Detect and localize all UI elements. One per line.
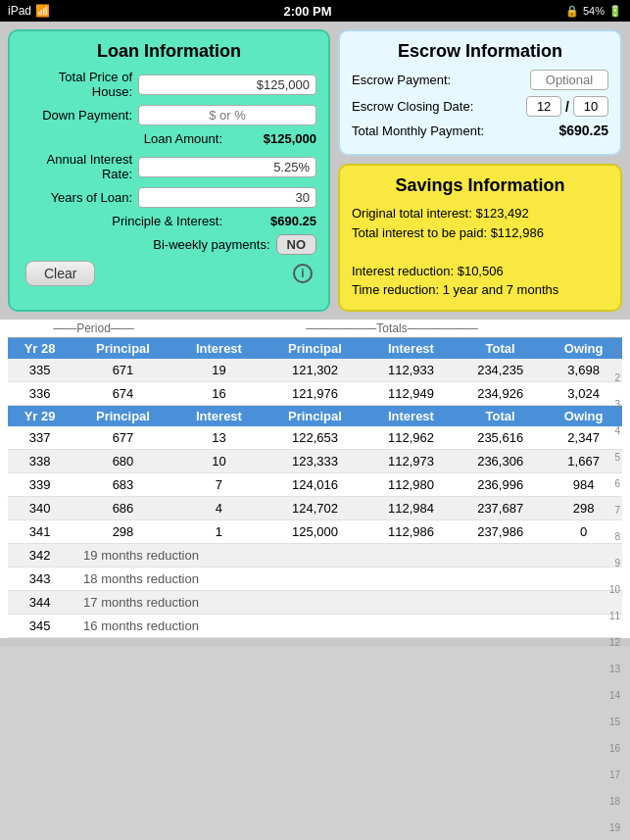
down-payment-label: Down Payment: xyxy=(22,108,138,123)
table-row: 339 683 7 124,016 112,980 236,996 984 xyxy=(8,472,622,496)
down-payment-row: Down Payment: xyxy=(22,105,316,125)
info-icon[interactable]: i xyxy=(293,264,313,283)
panels-row: Loan Information Total Price of House: D… xyxy=(8,29,622,312)
lock-icon: 🔒 xyxy=(565,5,579,18)
loan-amount-row: Loan Amount: $125,000 xyxy=(22,131,316,146)
side-number: 1 xyxy=(605,338,622,365)
side-number: 4 xyxy=(605,418,622,444)
biweekly-toggle[interactable]: NO xyxy=(276,234,317,255)
table-row: 337 677 13 122,653 112,962 235,616 2,347 xyxy=(8,426,622,450)
col-total: Total xyxy=(456,338,545,359)
row-num-335: 335 xyxy=(8,359,72,382)
side-number: 2 xyxy=(605,365,622,391)
reduction-text: 16 months reduction xyxy=(72,614,622,637)
interest-rate-row: Annual Interest Rate: xyxy=(22,152,316,181)
savings-line-2: Total interest to be paid: $112,986 xyxy=(352,223,608,243)
escrow-closing-date-row: Escrow Closing Date: / xyxy=(352,96,608,117)
side-number: 12 xyxy=(605,629,622,656)
escrow-closing-date-label: Escrow Closing Date: xyxy=(352,99,473,114)
escrow-payment-input[interactable] xyxy=(530,70,608,90)
loan-panel: Loan Information Total Price of House: D… xyxy=(8,29,330,312)
escrow-payment-label: Escrow Payment: xyxy=(352,73,451,87)
side-number: 14 xyxy=(605,682,622,709)
table-row: 340 686 4 124,702 112,984 237,687 298 xyxy=(8,496,622,519)
biweekly-label: Bi-weekly payments: xyxy=(22,237,276,252)
yr28-label: Yr 28 xyxy=(8,338,72,359)
side-number: 11 xyxy=(605,603,622,629)
table-row: 342 19 months reduction xyxy=(8,543,622,567)
side-number: 5 xyxy=(605,444,622,470)
side-number: 16 xyxy=(605,735,622,762)
side-numbers: 1 2 3 4 5 6 7 8 9 10 11 12 13 14 15 16 1… xyxy=(605,338,622,841)
side-number: 15 xyxy=(605,709,622,735)
principle-interest-row: Principle & Interest: $690.25 xyxy=(22,214,316,228)
down-payment-input[interactable] xyxy=(138,105,316,125)
col-principal-total: Principal xyxy=(264,338,366,359)
right-column: Escrow Information Escrow Payment: Escro… xyxy=(338,29,622,312)
table-row: 341 298 1 125,000 112,986 237,986 0 xyxy=(8,519,622,543)
year-29-header-row: Yr 29 Principal Interest Principal Inter… xyxy=(8,405,622,426)
table-wrapper: Yr 28 Principal Interest Principal Inter… xyxy=(8,338,622,638)
side-number: 10 xyxy=(605,576,622,603)
col-interest-period: Interest xyxy=(174,338,264,359)
row-num-336: 336 xyxy=(8,381,72,405)
side-number: 18 xyxy=(605,788,622,815)
date-input-group: / xyxy=(526,96,608,117)
loan-amount-value: $125,000 xyxy=(228,131,316,146)
status-right: 🔒 54% 🔋 xyxy=(565,5,622,18)
device-label: iPad xyxy=(8,4,31,18)
status-time: 2:00 PM xyxy=(283,4,331,19)
table-row: 344 17 months reduction xyxy=(8,590,622,614)
escrow-month-input[interactable] xyxy=(526,96,561,117)
biweekly-row: Bi-weekly payments: NO xyxy=(22,234,316,255)
main-content: Loan Information Total Price of House: D… xyxy=(0,22,630,646)
reduction-text: 19 months reduction xyxy=(72,543,622,567)
totals-header: ——————Totals—————— xyxy=(179,321,605,335)
savings-panel-title: Savings Information xyxy=(352,175,608,196)
years-loan-input[interactable] xyxy=(138,187,316,208)
table-row: 335 671 19 121,302 112,933 234,235 3,698 xyxy=(8,359,622,382)
escrow-panel-title: Escrow Information xyxy=(352,41,608,62)
interest-rate-input[interactable] xyxy=(138,157,316,177)
escrow-panel: Escrow Information Escrow Payment: Escro… xyxy=(338,29,622,156)
table-row: 343 18 months reduction xyxy=(8,567,622,590)
status-bar: iPad 📶 2:00 PM 🔒 54% 🔋 xyxy=(0,0,630,22)
principle-interest-label: Principle & Interest: xyxy=(22,214,228,228)
yr29-label: Yr 29 xyxy=(8,405,72,426)
table-row: 345 16 months reduction xyxy=(8,614,622,637)
escrow-day-input[interactable] xyxy=(573,96,608,117)
battery-level: 54% xyxy=(583,5,605,17)
total-price-row: Total Price of House: xyxy=(22,70,316,99)
side-number: 8 xyxy=(605,523,622,550)
col-principal-period: Principal xyxy=(72,338,174,359)
col-interest-total: Interest xyxy=(366,338,456,359)
interest-rate-label: Annual Interest Rate: xyxy=(22,152,138,181)
savings-text: Original total interest: $123,492 Total … xyxy=(352,204,608,300)
total-price-input[interactable] xyxy=(138,74,316,95)
table-row: 338 680 10 123,333 112,973 236,306 1,667 xyxy=(8,449,622,472)
clear-button[interactable]: Clear xyxy=(25,261,95,286)
reduction-text: 18 months reduction xyxy=(72,567,622,590)
loan-amount-label: Loan Amount: xyxy=(22,131,228,146)
total-monthly-payment-label: Total Monthly Payment: xyxy=(352,124,484,138)
wifi-icon: 📶 xyxy=(35,4,50,18)
years-loan-row: Years of Loan: xyxy=(22,187,316,208)
side-number: 13 xyxy=(605,656,622,682)
escrow-payment-row: Escrow Payment: xyxy=(352,70,608,90)
side-number: 3 xyxy=(605,391,622,418)
loan-panel-title: Loan Information xyxy=(22,41,316,62)
period-header: ——Period—— xyxy=(8,321,179,335)
savings-line-4: Interest reduction: $10,506 xyxy=(352,262,608,281)
data-table: Yr 28 Principal Interest Principal Inter… xyxy=(8,338,622,638)
year-28-header-row: Yr 28 Principal Interest Principal Inter… xyxy=(8,338,622,359)
loan-bottom-row: Clear i xyxy=(22,261,316,286)
side-number: 6 xyxy=(605,470,622,497)
side-number: 9 xyxy=(605,550,622,576)
date-separator: / xyxy=(565,99,569,115)
status-left: iPad 📶 xyxy=(8,4,50,18)
side-number: 19 xyxy=(605,815,622,841)
total-monthly-payment-value: $690.25 xyxy=(558,123,608,138)
battery-icon: 🔋 xyxy=(608,5,622,18)
side-number: 17 xyxy=(605,762,622,788)
reduction-text: 17 months reduction xyxy=(72,590,622,614)
